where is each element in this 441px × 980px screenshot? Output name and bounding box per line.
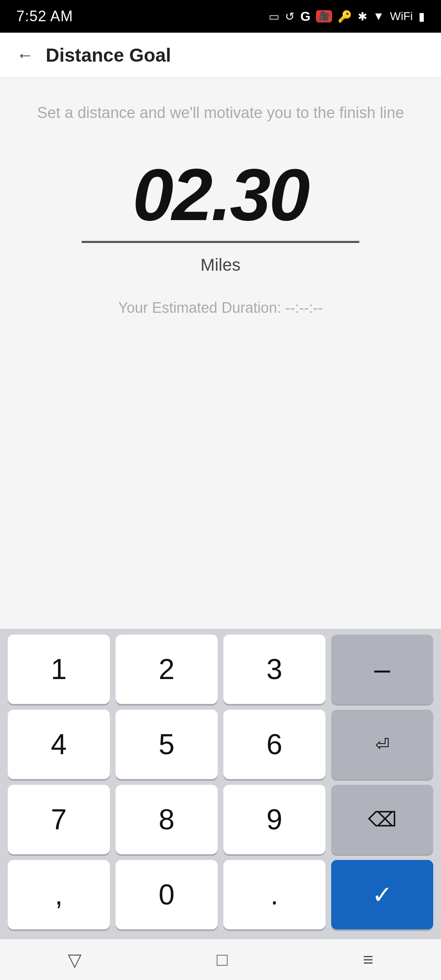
keyboard-row-3: 7 8 9 ⌫ <box>4 785 437 854</box>
signal-icon: ▼ <box>373 10 384 23</box>
keyboard-row-2: 4 5 6 ⏎ <box>4 710 437 779</box>
wifi-icon: WiFi <box>390 10 413 23</box>
subtitle-text: Set a distance and we'll motivate you to… <box>37 102 404 124</box>
keyboard-row-4: , 0 . ✓ <box>4 860 437 929</box>
key-comma[interactable]: , <box>8 860 110 929</box>
key-5[interactable]: 5 <box>116 710 218 779</box>
nav-menu-icon[interactable]: ≡ <box>363 949 374 970</box>
back-button[interactable]: ← <box>16 45 33 65</box>
key-backspace[interactable]: ⌫ <box>331 785 433 854</box>
unit-label: Miles <box>200 255 241 275</box>
refresh-icon: ↺ <box>285 10 294 23</box>
nav-home-icon[interactable]: □ <box>217 949 228 970</box>
bottom-nav: ▽ □ ≡ <box>0 939 441 980</box>
battery-icon: ▮ <box>419 10 425 23</box>
numeric-keyboard: 1 2 3 – 4 5 6 ⏎ 7 8 9 ⌫ , 0 . ✓ <box>0 629 441 939</box>
keyboard-row-1: 1 2 3 – <box>4 635 437 704</box>
key-period[interactable]: . <box>223 860 325 929</box>
key-3[interactable]: 3 <box>223 635 325 704</box>
key-return[interactable]: ⏎ <box>331 710 433 779</box>
key-0[interactable]: 0 <box>116 860 218 929</box>
key-4[interactable]: 4 <box>8 710 110 779</box>
estimated-label: Your Estimated Duration: <box>118 299 281 316</box>
key-2[interactable]: 2 <box>116 635 218 704</box>
camera-icon: ▭ <box>269 10 279 23</box>
key-1[interactable]: 1 <box>8 635 110 704</box>
status-time: 7:52 AM <box>16 8 73 25</box>
record-icon: 🎥 <box>316 10 332 22</box>
bluetooth-icon: ✱ <box>358 10 367 23</box>
google-icon: G <box>300 9 310 24</box>
distance-value[interactable]: 02.30 <box>82 152 359 243</box>
estimated-duration: Your Estimated Duration: --:--:-- <box>118 299 323 316</box>
main-content: Set a distance and we'll motivate you to… <box>0 78 441 329</box>
estimated-value: --:--:-- <box>285 299 323 316</box>
key-6[interactable]: 6 <box>223 710 325 779</box>
page-title: Distance Goal <box>46 44 171 66</box>
key-7[interactable]: 7 <box>8 785 110 854</box>
key-icon: 🔑 <box>338 10 352 23</box>
key-confirm[interactable]: ✓ <box>331 860 433 929</box>
key-9[interactable]: 9 <box>223 785 325 854</box>
nav-bar: ← Distance Goal <box>0 33 441 78</box>
key-minus[interactable]: – <box>331 635 433 704</box>
nav-back-icon[interactable]: ▽ <box>68 949 82 970</box>
status-icons: ▭ ↺ G 🎥 🔑 ✱ ▼ WiFi ▮ <box>269 9 425 24</box>
key-8[interactable]: 8 <box>116 785 218 854</box>
status-bar: 7:52 AM ▭ ↺ G 🎥 🔑 ✱ ▼ WiFi ▮ <box>0 0 441 33</box>
